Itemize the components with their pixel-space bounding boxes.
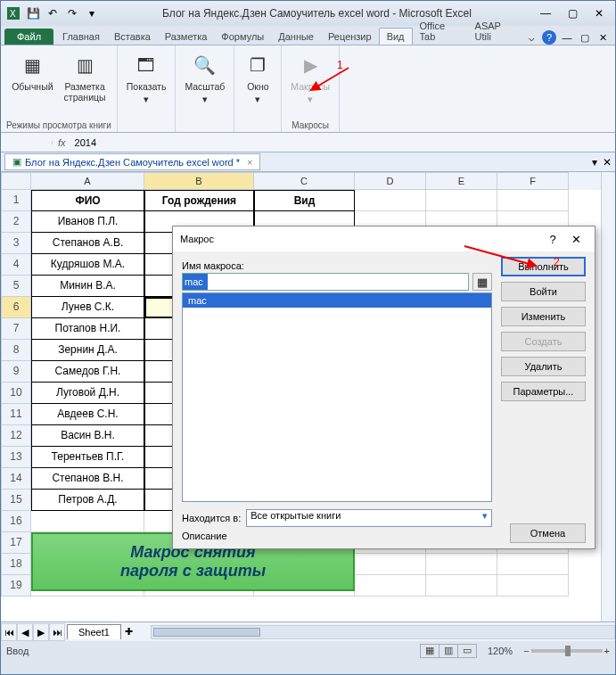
tab-home[interactable]: Главная	[55, 29, 107, 45]
sheet-tab[interactable]: Sheet1	[67, 624, 121, 639]
col-header-d[interactable]: D	[355, 172, 426, 190]
row-header[interactable]: 8	[1, 340, 31, 361]
row-header[interactable]: 11	[1, 404, 31, 425]
doc-tab-close-icon[interactable]: ×	[247, 157, 252, 168]
mdi-min-icon[interactable]: —	[560, 30, 574, 45]
cell[interactable]	[426, 554, 497, 575]
close-icon[interactable]: ✕	[587, 4, 612, 22]
col-header-f[interactable]: F	[497, 172, 569, 190]
cell[interactable]: Лунев С.К.	[31, 297, 144, 318]
col-header-b[interactable]: B	[144, 172, 254, 190]
cell[interactable]: Авдеев С.Н.	[31, 404, 144, 425]
row-header[interactable]: 17	[1, 532, 31, 554]
name-box[interactable]	[1, 141, 53, 144]
row-header[interactable]: 18	[1, 554, 31, 575]
document-tab[interactable]: ▣ Блог на Яндекс.Дзен Самоучитель excel …	[4, 153, 260, 170]
row-header[interactable]: 5	[1, 276, 31, 297]
cell[interactable]	[355, 554, 426, 575]
fx-icon[interactable]: fx	[53, 137, 71, 148]
delete-button[interactable]: Удалить	[501, 357, 586, 376]
cell[interactable]	[355, 190, 426, 211]
row-header[interactable]: 3	[1, 233, 31, 254]
dialog-close-icon[interactable]: ✕	[564, 233, 587, 246]
cancel-button[interactable]: Отмена	[510, 523, 586, 543]
normal-view-button[interactable]: ▦Обычный	[8, 49, 56, 119]
minimize-icon[interactable]: —	[533, 4, 558, 22]
col-header-a[interactable]: A	[31, 172, 144, 190]
maximize-icon[interactable]: ▢	[560, 4, 585, 22]
sheet-next-icon[interactable]: ▶	[33, 623, 49, 641]
row-header[interactable]: 9	[1, 361, 31, 383]
qat-more-icon[interactable]: ▾	[83, 4, 101, 22]
tab-asap[interactable]: ASAP Utili	[468, 18, 524, 45]
cell[interactable]: Петров А.Д.	[31, 490, 144, 511]
cell[interactable]: Самедов Г.Н.	[31, 361, 144, 383]
macro-list-item[interactable]: mac	[183, 293, 491, 308]
cell[interactable]: Вид	[254, 190, 355, 211]
cell[interactable]: Потапов Н.И.	[31, 318, 144, 340]
cell[interactable]: Степанов А.В.	[31, 233, 144, 254]
ribbon-minimize-icon[interactable]: ⌵	[524, 30, 538, 45]
row-header[interactable]: 12	[1, 425, 31, 447]
cell[interactable]: Иванов П.Л.	[31, 211, 144, 233]
cell[interactable]	[426, 575, 497, 597]
cell[interactable]: Год рождения	[144, 190, 254, 211]
page-layout-button[interactable]: ▥Разметка страницы	[61, 49, 110, 119]
row-header[interactable]: 15	[1, 490, 31, 511]
row-header[interactable]: 6	[1, 297, 31, 318]
cell[interactable]	[31, 511, 144, 532]
run-button[interactable]: Выполнить	[501, 257, 586, 276]
new-sheet-icon[interactable]: ✚	[125, 626, 133, 638]
tab-layout[interactable]: Разметка	[158, 29, 215, 45]
help-icon[interactable]: ?	[542, 30, 556, 45]
excel-icon[interactable]: X	[4, 4, 22, 22]
cell[interactable]	[497, 190, 569, 211]
tab-data[interactable]: Данные	[271, 29, 321, 45]
show-button[interactable]: 🗔Показать▾	[123, 49, 170, 119]
dialog-help-icon[interactable]: ?	[541, 233, 564, 246]
cell[interactable]: Терентьев П.Г.	[31, 447, 144, 468]
row-header[interactable]: 7	[1, 318, 31, 340]
macro-location-select[interactable]: Все открытые книги	[246, 509, 492, 527]
row-header[interactable]: 1	[1, 190, 31, 211]
view-buttons[interactable]: ▦▥▭	[421, 644, 477, 658]
cell[interactable]: Луговой Д.Н.	[31, 383, 144, 404]
cell[interactable]	[426, 190, 497, 211]
window-button[interactable]: ❐Окно▾	[240, 49, 275, 119]
row-header[interactable]: 14	[1, 468, 31, 490]
doctab-close-icon[interactable]: ✕	[603, 156, 612, 169]
cell[interactable]	[497, 575, 569, 597]
row-header[interactable]: 4	[1, 254, 31, 276]
col-header-c[interactable]: C	[254, 172, 355, 190]
horizontal-scrollbar[interactable]	[151, 625, 615, 639]
zoom-button[interactable]: 🔍Масштаб▾	[181, 49, 228, 119]
row-header[interactable]: 10	[1, 383, 31, 404]
sheet-last-icon[interactable]: ⏭	[49, 623, 65, 641]
formula-input[interactable]: 2014	[71, 136, 615, 150]
cell[interactable]: Минин В.А.	[31, 276, 144, 297]
cell[interactable]: Васин В.Н.	[31, 425, 144, 447]
sheet-prev-icon[interactable]: ◀	[17, 623, 33, 641]
doctab-dropdown-icon[interactable]: ▾	[592, 156, 597, 169]
select-all-corner[interactable]	[1, 172, 31, 190]
tab-file[interactable]: Файл	[4, 29, 53, 45]
undo-icon[interactable]: ↶	[44, 4, 62, 22]
mdi-restore-icon[interactable]: ▢	[578, 30, 592, 45]
row-header[interactable]: 13	[1, 447, 31, 468]
mdi-close-icon[interactable]: ✕	[595, 30, 610, 45]
macros-button[interactable]: ▶Макросы▾	[287, 49, 333, 119]
tab-formulas[interactable]: Формулы	[214, 29, 271, 45]
row-header[interactable]: 19	[1, 575, 31, 597]
edit-button[interactable]: Изменить	[501, 307, 586, 326]
macro-name-input[interactable]	[182, 273, 469, 291]
cell[interactable]	[355, 575, 426, 597]
step-button[interactable]: Войти	[501, 282, 586, 301]
row-header[interactable]: 16	[1, 511, 31, 532]
cell[interactable]: Кудряшов М.А.	[31, 254, 144, 276]
macro-list[interactable]: mac	[182, 292, 492, 502]
cell[interactable]: Зернин Д.А.	[31, 340, 144, 361]
sheet-first-icon[interactable]: ⏮	[1, 623, 17, 641]
macro-name-refedit-icon[interactable]: ▦	[472, 273, 492, 291]
redo-icon[interactable]: ↷	[63, 4, 81, 22]
vertical-scrollbar[interactable]	[601, 172, 615, 621]
